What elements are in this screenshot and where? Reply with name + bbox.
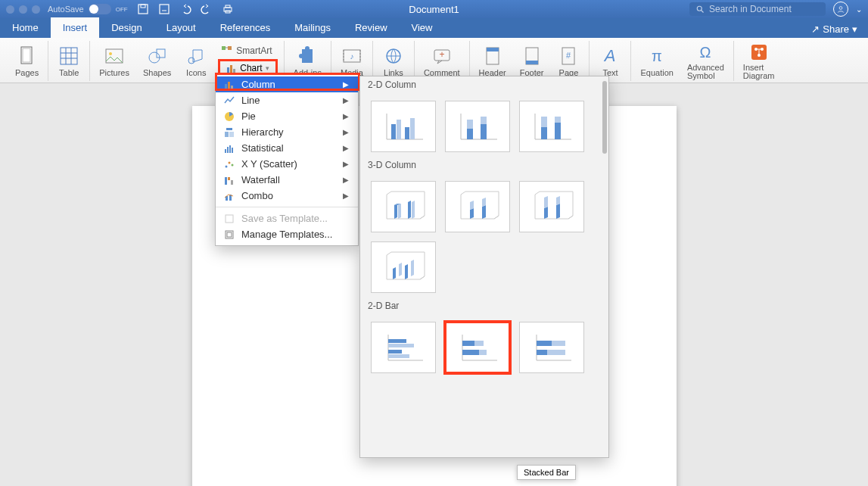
svg-rect-74 bbox=[555, 117, 561, 123]
tile-clustered-column[interactable] bbox=[371, 101, 436, 152]
svg-rect-10 bbox=[61, 48, 77, 64]
tab-layout[interactable]: Layout bbox=[154, 17, 208, 38]
svg-rect-47 bbox=[229, 132, 234, 137]
svg-rect-57 bbox=[231, 180, 233, 185]
svg-rect-50 bbox=[229, 145, 231, 153]
tile-stacked-bar[interactable] bbox=[445, 322, 510, 373]
toggle-switch[interactable] bbox=[89, 4, 111, 14]
quick-access-toolbar bbox=[137, 3, 234, 15]
manage-templates[interactable]: Manage Templates... bbox=[216, 226, 358, 242]
hierarchy-icon bbox=[222, 127, 237, 138]
advanced-symbol-button[interactable]: Ω AdvancedSymbol bbox=[683, 41, 729, 81]
pie-icon bbox=[222, 111, 237, 122]
svg-rect-62 bbox=[227, 232, 232, 237]
search-input[interactable]: Search in Document bbox=[689, 2, 826, 16]
column-icon bbox=[222, 79, 237, 90]
tab-review[interactable]: Review bbox=[343, 17, 400, 38]
chevron-down-icon[interactable]: ⌄ bbox=[856, 5, 862, 14]
combo-icon bbox=[222, 191, 237, 201]
svg-rect-67 bbox=[467, 129, 473, 139]
redo-icon[interactable] bbox=[201, 3, 213, 15]
chart-menu-hierarchy[interactable]: Hierarchy▶ bbox=[216, 124, 358, 140]
svg-rect-68 bbox=[467, 120, 473, 129]
share-button[interactable]: ↗Share ▾ bbox=[801, 20, 868, 38]
svg-rect-82 bbox=[479, 350, 487, 355]
svg-rect-42 bbox=[228, 82, 230, 89]
svg-rect-45 bbox=[226, 128, 232, 130]
tile-clustered-bar[interactable] bbox=[371, 322, 436, 373]
svg-rect-60 bbox=[226, 215, 233, 223]
autosave-toggle[interactable]: AutoSave OFF bbox=[48, 4, 128, 14]
svg-point-15 bbox=[188, 58, 194, 64]
tile-stacked-column[interactable] bbox=[445, 101, 510, 152]
tile-3d-clustered-column[interactable] bbox=[371, 181, 436, 232]
save-icon[interactable] bbox=[137, 3, 149, 15]
shapes-button[interactable]: Shapes bbox=[138, 41, 176, 81]
section-2d-column: 2-D Column bbox=[360, 76, 608, 93]
autosave-state: OFF bbox=[116, 6, 128, 13]
waterfall-icon bbox=[222, 175, 237, 185]
chart-menu-column[interactable]: Column▶ bbox=[216, 76, 358, 92]
svg-rect-18 bbox=[227, 67, 229, 73]
svg-point-21 bbox=[305, 46, 310, 51]
chart-menu-combo[interactable]: Combo▶ bbox=[216, 188, 358, 204]
svg-rect-80 bbox=[474, 341, 484, 346]
tile-100-stacked-column[interactable] bbox=[519, 101, 584, 152]
equation-button[interactable]: π Equation bbox=[636, 41, 677, 81]
share-icon: ↗ bbox=[811, 23, 820, 35]
chart-menu-pie[interactable]: Pie▶ bbox=[216, 108, 358, 124]
svg-rect-85 bbox=[537, 350, 547, 355]
line-icon bbox=[222, 95, 237, 106]
insert-diagram-button[interactable]: InsertDiagram bbox=[739, 41, 779, 81]
chart-menu-statistical[interactable]: Statistical▶ bbox=[216, 140, 358, 156]
svg-rect-43 bbox=[231, 86, 233, 89]
svg-rect-69 bbox=[481, 124, 487, 139]
titlebar: AutoSave OFF Document1 Search in Documen… bbox=[0, 0, 868, 18]
svg-rect-49 bbox=[227, 147, 229, 153]
pages-button[interactable]: Pages bbox=[11, 41, 43, 81]
scatter-icon bbox=[222, 159, 237, 170]
svg-rect-77 bbox=[388, 350, 402, 354]
svg-rect-76 bbox=[388, 344, 414, 347]
user-account-icon[interactable] bbox=[833, 2, 848, 17]
tile-3d-100-stacked-column[interactable] bbox=[519, 181, 584, 232]
statistical-icon bbox=[222, 143, 237, 154]
icons-button[interactable]: Icons bbox=[180, 41, 212, 81]
window-controls[interactable] bbox=[6, 5, 40, 14]
svg-rect-81 bbox=[462, 350, 479, 355]
smartart-button[interactable]: SmartArt bbox=[218, 44, 277, 58]
scrollbar[interactable] bbox=[602, 81, 607, 154]
svg-rect-63 bbox=[391, 124, 396, 139]
tab-view[interactable]: View bbox=[400, 17, 445, 38]
tile-3d-stacked-column[interactable] bbox=[445, 181, 510, 232]
svg-rect-19 bbox=[230, 65, 232, 73]
chart-menu-line[interactable]: Line▶ bbox=[216, 92, 358, 108]
tooltip-stacked-bar: Stacked Bar bbox=[517, 465, 576, 480]
smartart-icon bbox=[221, 45, 233, 56]
tile-3d-column[interactable] bbox=[371, 241, 436, 293]
svg-rect-73 bbox=[555, 123, 561, 139]
tab-design[interactable]: Design bbox=[99, 17, 154, 38]
chart-menu-scatter[interactable]: X Y (Scatter)▶ bbox=[216, 156, 358, 172]
tab-insert[interactable]: Insert bbox=[51, 17, 100, 38]
svg-rect-46 bbox=[225, 132, 229, 137]
svg-rect-66 bbox=[410, 118, 415, 139]
save-template-icon bbox=[222, 213, 237, 224]
tab-references[interactable]: References bbox=[208, 17, 282, 38]
print-icon[interactable] bbox=[222, 3, 234, 15]
table-button[interactable]: Table bbox=[53, 41, 85, 81]
undo-icon[interactable] bbox=[179, 3, 191, 15]
svg-text:π: π bbox=[652, 48, 662, 64]
svg-text:♪: ♪ bbox=[350, 52, 353, 61]
tile-100-stacked-bar[interactable] bbox=[519, 322, 584, 373]
section-3d-column: 3-D Column bbox=[360, 157, 608, 173]
tab-mailings[interactable]: Mailings bbox=[282, 17, 343, 38]
search-icon bbox=[695, 5, 705, 14]
pictures-button[interactable]: Pictures bbox=[95, 41, 134, 81]
svg-rect-79 bbox=[462, 341, 474, 346]
save-as-template: Save as Template... bbox=[216, 210, 358, 226]
save-as-icon[interactable] bbox=[158, 3, 170, 15]
tab-home[interactable]: Home bbox=[0, 17, 51, 38]
chart-menu-waterfall[interactable]: Waterfall▶ bbox=[216, 172, 358, 188]
svg-point-7 bbox=[839, 7, 842, 10]
